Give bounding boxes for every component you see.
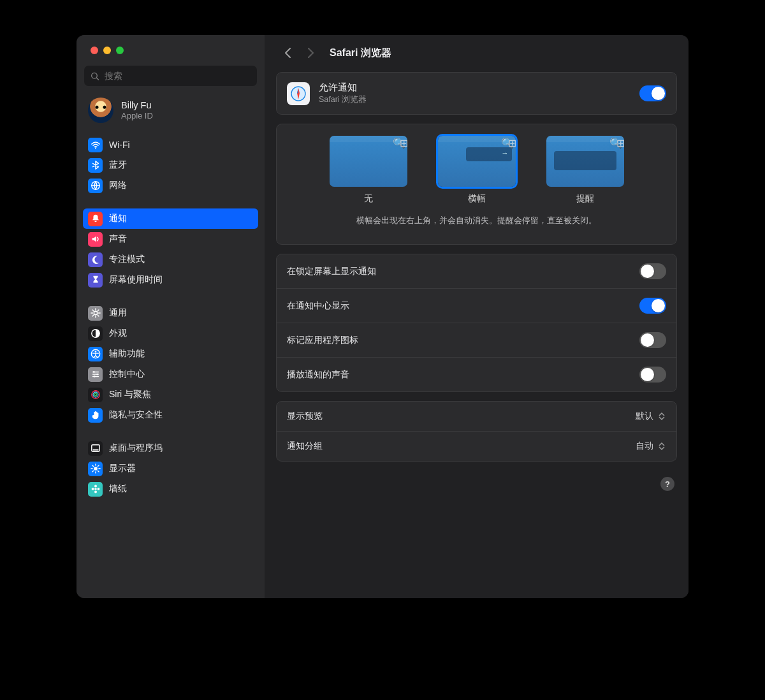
globe-icon [88, 179, 103, 193]
chevron-right-icon [307, 47, 314, 59]
sidebar-item-moon[interactable]: 专注模式 [83, 249, 258, 270]
chevron-left-icon [284, 47, 291, 59]
alert-style-thumb: 🔍⊞ [546, 136, 624, 187]
sidebar-item-label: 墙纸 [109, 483, 127, 495]
sidebar-item-hourglass[interactable]: 屏幕使用时间 [83, 270, 258, 290]
sidebar-item-hand[interactable]: 隐私与安全性 [83, 405, 258, 425]
allow-sub: Safari 浏览器 [319, 94, 367, 105]
sliders-icon [88, 367, 103, 382]
sidebar-item-label: 桌面与程序坞 [109, 442, 163, 454]
sidebar-item-label: 通用 [109, 307, 127, 319]
hand-icon [88, 408, 103, 423]
alert-style-alert[interactable]: 🔍⊞ 提醒 [546, 136, 624, 205]
svg-point-17 [94, 488, 97, 490]
sidebar-item-globe[interactable]: 网络 [83, 175, 258, 196]
svg-point-4 [94, 311, 97, 314]
svg-rect-15 [92, 449, 98, 451]
bell-icon [88, 212, 103, 226]
sidebar-item-label: 外观 [109, 328, 127, 339]
option-label: 标记应用程序图标 [287, 335, 358, 346]
select-label: 通知分组 [287, 441, 323, 452]
profile-sub: Apple ID [121, 111, 153, 120]
page-title: Safari 浏览器 [330, 47, 391, 60]
accessibility-icon [88, 347, 103, 361]
minimize-button[interactable] [103, 47, 111, 54]
options-card: 在锁定屏幕上显示通知 在通知中心显示 标记应用程序图标 播放通知的声音 [276, 254, 677, 392]
help-button[interactable]: ? [660, 477, 674, 491]
zoom-button[interactable] [116, 47, 124, 54]
appearance-icon [88, 326, 103, 341]
sidebar-item-label: 网络 [109, 180, 127, 191]
option-toggle[interactable] [639, 367, 666, 383]
dock-icon [88, 441, 103, 456]
sidebar-item-flower[interactable]: 墙纸 [83, 479, 258, 499]
option-row: 标记应用程序图标 [277, 323, 676, 357]
siri-icon [88, 388, 103, 402]
sidebar-item-label: 蓝牙 [109, 159, 127, 171]
option-label: 播放通知的声音 [287, 369, 349, 381]
select-value[interactable]: 自动 [636, 441, 666, 452]
forward-button[interactable] [302, 44, 319, 62]
allow-title: 允许通知 [319, 82, 367, 94]
sidebar-item-brightness[interactable]: 显示器 [83, 458, 258, 479]
search-input[interactable] [105, 71, 251, 81]
sidebar-item-wifi[interactable]: Wi-Fi [83, 135, 258, 155]
search-icon [91, 71, 99, 81]
sidebar-item-dock[interactable]: 桌面与程序坞 [83, 438, 258, 458]
option-row: 播放通知的声音 [277, 357, 676, 391]
sidebar-item-label: 声音 [109, 233, 127, 245]
alert-style-none[interactable]: 🔍⊞ 无 [330, 136, 407, 205]
alert-style-banner[interactable]: 🔍⊞ 横幅 [438, 136, 516, 205]
alert-style-label: 横幅 [468, 193, 486, 205]
option-toggle[interactable] [639, 263, 666, 279]
sidebar-item-accessibility[interactable]: 辅助功能 [83, 344, 258, 364]
option-row: 在锁定屏幕上显示通知 [277, 254, 676, 288]
apple-id-row[interactable]: Billy Fu Apple ID [76, 92, 265, 135]
sidebar-item-label: 屏幕使用时间 [109, 274, 163, 286]
svg-point-20 [91, 488, 94, 490]
sidebar: Billy Fu Apple ID Wi-Fi蓝牙网络通知声音专注模式屏幕使用时… [76, 35, 265, 598]
moon-icon [88, 252, 103, 267]
option-toggle[interactable] [639, 298, 666, 314]
help-row: ? [276, 470, 677, 491]
sidebar-item-label: 通知 [109, 213, 127, 224]
sidebar-item-appearance[interactable]: 外观 [83, 323, 258, 344]
sidebar-item-label: 专注模式 [109, 254, 145, 265]
svg-point-9 [96, 374, 98, 376]
option-toggle[interactable] [639, 332, 666, 348]
select-row: 通知分组 自动 [277, 431, 676, 461]
svg-point-12 [93, 392, 98, 397]
content-header: Safari 浏览器 [265, 35, 688, 68]
speaker-icon [88, 232, 103, 247]
close-button[interactable] [91, 47, 98, 54]
wifi-icon [88, 138, 103, 152]
option-row: 在通知中心显示 [277, 288, 676, 323]
sidebar-item-bell[interactable]: 通知 [83, 208, 258, 229]
option-label: 在锁定屏幕上显示通知 [287, 266, 376, 277]
svg-line-1 [96, 78, 98, 80]
allow-notifications-card: 允许通知 Safari 浏览器 [276, 72, 677, 115]
svg-point-13 [94, 393, 97, 396]
svg-point-21 [97, 488, 99, 490]
flower-icon [88, 482, 103, 497]
svg-rect-14 [91, 445, 99, 452]
select-value[interactable]: 默认 [636, 411, 666, 422]
sidebar-item-label: 辅助功能 [109, 348, 145, 360]
sidebar-item-bluetooth[interactable]: 蓝牙 [83, 155, 258, 175]
back-button[interactable] [279, 44, 296, 62]
svg-point-10 [93, 376, 95, 377]
alert-style-description: 横幅会出现在右上角，并会自动消失。提醒会停留，直至被关闭。 [277, 205, 676, 238]
sidebar-item-label: 显示器 [109, 463, 136, 474]
select-row: 显示预览 默认 [277, 402, 676, 431]
sidebar-item-speaker[interactable]: 声音 [83, 229, 258, 249]
sidebar-item-siri[interactable]: Siri 与聚焦 [83, 384, 258, 405]
alert-style-label: 无 [364, 193, 373, 205]
brightness-icon [88, 462, 103, 476]
sidebar-item-sliders[interactable]: 控制中心 [83, 364, 258, 384]
search-field[interactable] [84, 66, 257, 86]
allow-notifications-toggle[interactable] [639, 85, 666, 101]
alert-style-card: 🔍⊞ 无 🔍⊞ 横幅 🔍⊞ 提醒 横幅会出现在右上角，并会自动消失。提醒会停留，… [276, 124, 677, 245]
sidebar-item-gear[interactable]: 通用 [83, 303, 258, 323]
option-label: 在通知中心显示 [287, 300, 349, 312]
selects-card: 显示预览 默认 通知分组 自动 [276, 401, 677, 462]
